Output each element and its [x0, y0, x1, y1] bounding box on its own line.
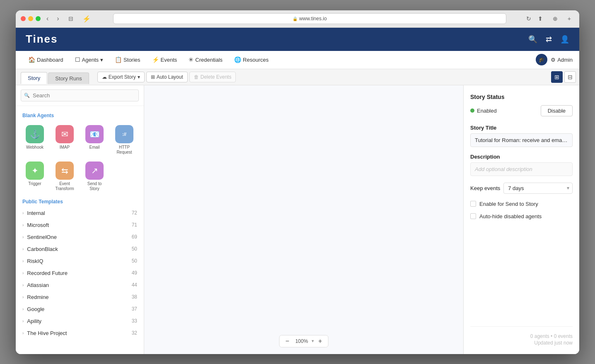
view-toggle: ⊞ ⊟ [551, 71, 579, 83]
window: ‹ › ⊟ ⚡ 🔒 www.tines.io ↻ ⬆ ⊕ + Tines 🔍 ⇄… [16, 10, 579, 354]
template-the-hive-project[interactable]: › The Hive Project 32 [16, 327, 144, 339]
templates-list: › Internal 72 › Microsoft 71 › SentinelO… [16, 207, 144, 339]
template-apility[interactable]: › Apility 33 [16, 315, 144, 327]
export-story-button[interactable]: ☁ Export Story ▾ [97, 72, 145, 82]
status-dot [470, 108, 474, 113]
template-name: RiskIQ [27, 258, 43, 264]
extensions-button[interactable]: ⚡ [80, 14, 93, 24]
webhook-icon: ⚓ [26, 125, 44, 143]
export-icon: ☁ [102, 74, 107, 80]
template-count: 38 [132, 294, 137, 300]
nav-resources[interactable]: 🌐 Resources [228, 51, 274, 69]
http-icon: :// [115, 125, 133, 143]
url-text: www.tines.io [299, 16, 327, 22]
template-name: Microsoft [27, 222, 49, 228]
canvas-area[interactable]: − 100% ▾ + [144, 85, 463, 354]
sidebar-toggle-button[interactable]: ⊟ [65, 14, 77, 23]
reload-button[interactable]: ↻ [526, 15, 531, 22]
app-header: Tines 🔍 ⇄ 👤 [16, 28, 579, 51]
template-name: The Hive Project [27, 330, 67, 336]
zoom-dropdown-icon[interactable]: ▾ [312, 338, 314, 344]
story-title-label: Story Title [470, 125, 573, 131]
chevron-icon: › [22, 307, 24, 311]
delete-events-button[interactable]: 🗑 Delete Events [189, 72, 236, 82]
zoom-in-button[interactable]: + [316, 337, 324, 345]
auto-layout-button[interactable]: ⊞ Auto Layout [146, 72, 188, 82]
description-field[interactable]: Add optional description [470, 162, 573, 176]
zoom-controls: − 100% ▾ + [279, 335, 329, 347]
send-to-story-label: Send to Story [82, 181, 107, 191]
help-button[interactable]: 🎓 [536, 54, 547, 65]
disable-button[interactable]: Disable [541, 105, 573, 116]
template-microsoft[interactable]: › Microsoft 71 [16, 219, 144, 231]
view-grid-button[interactable]: ⊞ [551, 71, 563, 83]
back-button[interactable]: ‹ [44, 14, 51, 23]
lock-icon: 🔒 [293, 17, 298, 21]
template-google[interactable]: › Google 37 [16, 303, 144, 315]
template-riskiq[interactable]: › RiskIQ 50 [16, 255, 144, 267]
template-atlassian[interactable]: › Atlassian 44 [16, 279, 144, 291]
template-count: 33 [132, 318, 137, 324]
template-count: 37 [132, 306, 137, 312]
forward-button[interactable]: › [54, 14, 61, 23]
template-recorded-future[interactable]: › Recorded Future 49 [16, 267, 144, 279]
search-input[interactable] [21, 89, 139, 101]
template-name: Google [27, 306, 44, 312]
chevron-icon: › [22, 211, 24, 215]
agent-webhook[interactable]: ⚓ Webhook [21, 123, 49, 157]
keep-events-select[interactable]: 1 day 7 days 30 days 90 days Forever [503, 183, 573, 194]
tab-story-runs[interactable]: Story Runs [48, 72, 89, 84]
template-name: Recorded Future [27, 270, 68, 276]
sidebar-content: Blank Agents ⚓ Webhook ✉ IMAP 📧 Email [16, 106, 144, 354]
search-area [16, 85, 144, 106]
agent-imap[interactable]: ✉ IMAP [51, 123, 79, 157]
view-list-button[interactable]: ⊟ [564, 71, 576, 83]
description-label: Description [470, 154, 573, 160]
shuffle-icon[interactable]: ⇄ [546, 35, 552, 44]
tab-story[interactable]: Story [21, 72, 47, 84]
minimize-button[interactable] [28, 16, 33, 21]
url-bar[interactable]: 🔒 www.tines.io [113, 13, 506, 24]
keep-events-select-wrapper: 1 day 7 days 30 days 90 days Forever [503, 183, 573, 194]
footer-updated: Updated just now [470, 340, 573, 346]
webhook-label: Webhook [26, 145, 44, 150]
admin-button[interactable]: ⚙ Admin [551, 57, 573, 63]
nav-dashboard[interactable]: 🏠 Dashboard [22, 51, 69, 69]
keep-events-label: Keep events [470, 185, 500, 191]
plus-button[interactable]: + [564, 14, 574, 23]
agent-email[interactable]: 📧 Email [80, 123, 109, 157]
status-indicator: Enabled [470, 108, 537, 114]
search-icon[interactable]: 🔍 [528, 35, 537, 44]
template-count: 44 [132, 282, 137, 288]
story-title-value[interactable]: Tutorial for Roman: receive and email ev… [470, 133, 573, 147]
user-icon[interactable]: 👤 [560, 35, 569, 44]
agent-http-request[interactable]: :// HTTP Request [110, 123, 138, 157]
template-redmine[interactable]: › Redmine 38 [16, 291, 144, 303]
agent-send-to-story[interactable]: ↗ Send to Story [80, 159, 109, 194]
enable-send-label: Enable for Send to Story [479, 200, 538, 208]
template-internal[interactable]: › Internal 72 [16, 207, 144, 219]
maximize-button[interactable] [36, 16, 41, 21]
chevron-icon: › [22, 319, 24, 323]
logo-text: Tines [26, 33, 58, 45]
nav-credentials[interactable]: ✳ Credentials [183, 51, 228, 69]
trigger-label: Trigger [28, 181, 41, 186]
template-sentinelone[interactable]: › SentinelOne 69 [16, 231, 144, 243]
footer-stats: 0 agents • 0 events [470, 333, 573, 339]
enable-send-checkbox[interactable] [470, 201, 476, 207]
share-button[interactable]: ⬆ [535, 14, 546, 23]
agent-trigger[interactable]: ✦ Trigger [21, 159, 49, 194]
auto-hide-checkbox[interactable] [470, 213, 476, 219]
zoom-out-button[interactable]: − [283, 337, 292, 345]
agent-event-transform[interactable]: ⇆ Event Transform [51, 159, 79, 194]
keep-events-row: Keep events 1 day 7 days 30 days 90 days… [470, 183, 573, 194]
new-tab-button[interactable]: ⊕ [549, 14, 561, 23]
nav-events[interactable]: ⚡ Events [146, 51, 183, 69]
logo[interactable]: Tines [26, 33, 528, 46]
nav-bar: 🏠 Dashboard ☐ Agents ▾ 📋 Stories ⚡ Event… [16, 51, 579, 69]
close-button[interactable] [21, 16, 26, 21]
nav-agents[interactable]: ☐ Agents ▾ [69, 51, 109, 69]
template-carbonblack[interactable]: › CarbonBlack 50 [16, 243, 144, 255]
imap-icon: ✉ [56, 125, 74, 143]
nav-stories[interactable]: 📋 Stories [109, 51, 146, 69]
